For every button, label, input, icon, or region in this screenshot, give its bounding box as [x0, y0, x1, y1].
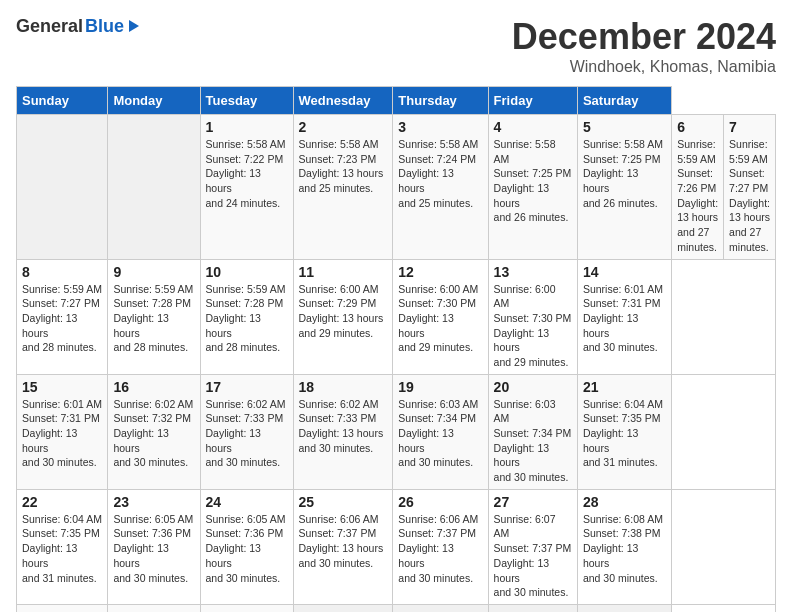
- calendar-cell: 23Sunrise: 6:05 AM Sunset: 7:36 PM Dayli…: [108, 489, 200, 604]
- calendar-cell: 15Sunrise: 6:01 AM Sunset: 7:31 PM Dayli…: [17, 374, 108, 489]
- calendar-cell: 20Sunrise: 6:03 AM Sunset: 7:34 PM Dayli…: [488, 374, 577, 489]
- logo-arrow-icon: [129, 20, 139, 32]
- cell-details: Sunrise: 5:59 AM Sunset: 7:26 PM Dayligh…: [677, 137, 718, 255]
- page-header: General Blue December 2024 Windhoek, Kho…: [16, 16, 776, 76]
- day-number: 28: [583, 494, 666, 510]
- cell-details: Sunrise: 6:00 AM Sunset: 7:30 PM Dayligh…: [494, 282, 572, 370]
- column-header-wednesday: Wednesday: [293, 87, 393, 115]
- logo-blue-text: Blue: [85, 16, 124, 37]
- location-subtitle: Windhoek, Khomas, Namibia: [512, 58, 776, 76]
- cell-details: Sunrise: 6:00 AM Sunset: 7:30 PM Dayligh…: [398, 282, 482, 355]
- calendar-cell: 24Sunrise: 6:05 AM Sunset: 7:36 PM Dayli…: [200, 489, 293, 604]
- calendar-cell: 9Sunrise: 5:59 AM Sunset: 7:28 PM Daylig…: [108, 259, 200, 374]
- column-header-tuesday: Tuesday: [200, 87, 293, 115]
- cell-details: Sunrise: 5:59 AM Sunset: 7:27 PM Dayligh…: [22, 282, 102, 355]
- column-header-monday: Monday: [108, 87, 200, 115]
- day-number: 24: [206, 494, 288, 510]
- day-number: 14: [583, 264, 666, 280]
- calendar-cell: 3Sunrise: 5:58 AM Sunset: 7:24 PM Daylig…: [393, 115, 488, 260]
- calendar-cell: 1Sunrise: 5:58 AM Sunset: 7:22 PM Daylig…: [200, 115, 293, 260]
- calendar-cell: 21Sunrise: 6:04 AM Sunset: 7:35 PM Dayli…: [577, 374, 671, 489]
- cell-details: Sunrise: 6:00 AM Sunset: 7:29 PM Dayligh…: [299, 282, 388, 341]
- day-number: 17: [206, 379, 288, 395]
- cell-details: Sunrise: 6:05 AM Sunset: 7:36 PM Dayligh…: [113, 512, 194, 585]
- cell-details: Sunrise: 5:58 AM Sunset: 7:25 PM Dayligh…: [494, 137, 572, 225]
- calendar-cell: 10Sunrise: 5:59 AM Sunset: 7:28 PM Dayli…: [200, 259, 293, 374]
- calendar-cell: 13Sunrise: 6:00 AM Sunset: 7:30 PM Dayli…: [488, 259, 577, 374]
- cell-details: Sunrise: 6:03 AM Sunset: 7:34 PM Dayligh…: [398, 397, 482, 470]
- cell-details: Sunrise: 6:02 AM Sunset: 7:32 PM Dayligh…: [113, 397, 194, 470]
- calendar-cell: 27Sunrise: 6:07 AM Sunset: 7:37 PM Dayli…: [488, 489, 577, 604]
- calendar-cell: 11Sunrise: 6:00 AM Sunset: 7:29 PM Dayli…: [293, 259, 393, 374]
- calendar-cell: [577, 604, 671, 612]
- day-number: 21: [583, 379, 666, 395]
- day-number: 19: [398, 379, 482, 395]
- calendar-cell: 7Sunrise: 5:59 AM Sunset: 7:27 PM Daylig…: [724, 115, 776, 260]
- day-number: 11: [299, 264, 388, 280]
- cell-details: Sunrise: 6:04 AM Sunset: 7:35 PM Dayligh…: [583, 397, 666, 470]
- cell-details: Sunrise: 6:08 AM Sunset: 7:38 PM Dayligh…: [583, 512, 666, 585]
- cell-details: Sunrise: 5:58 AM Sunset: 7:25 PM Dayligh…: [583, 137, 666, 210]
- day-number: 6: [677, 119, 718, 135]
- column-header-friday: Friday: [488, 87, 577, 115]
- day-number: 12: [398, 264, 482, 280]
- day-number: 23: [113, 494, 194, 510]
- cell-details: Sunrise: 6:02 AM Sunset: 7:33 PM Dayligh…: [299, 397, 388, 456]
- day-number: 22: [22, 494, 102, 510]
- cell-details: Sunrise: 6:07 AM Sunset: 7:37 PM Dayligh…: [494, 512, 572, 600]
- day-number: 18: [299, 379, 388, 395]
- calendar-cell: 5Sunrise: 5:58 AM Sunset: 7:25 PM Daylig…: [577, 115, 671, 260]
- day-number: 8: [22, 264, 102, 280]
- cell-details: Sunrise: 6:05 AM Sunset: 7:36 PM Dayligh…: [206, 512, 288, 585]
- cell-details: Sunrise: 6:03 AM Sunset: 7:34 PM Dayligh…: [494, 397, 572, 485]
- day-number: 9: [113, 264, 194, 280]
- calendar-cell: [17, 115, 108, 260]
- week-row-3: 15Sunrise: 6:01 AM Sunset: 7:31 PM Dayli…: [17, 374, 776, 489]
- day-number: 15: [22, 379, 102, 395]
- day-number: 27: [494, 494, 572, 510]
- calendar-cell: 12Sunrise: 6:00 AM Sunset: 7:30 PM Dayli…: [393, 259, 488, 374]
- week-row-5: 29Sunrise: 6:08 AM Sunset: 7:38 PM Dayli…: [17, 604, 776, 612]
- calendar-cell: 2Sunrise: 5:58 AM Sunset: 7:23 PM Daylig…: [293, 115, 393, 260]
- cell-details: Sunrise: 6:01 AM Sunset: 7:31 PM Dayligh…: [583, 282, 666, 355]
- month-title: December 2024: [512, 16, 776, 58]
- calendar-cell: 26Sunrise: 6:06 AM Sunset: 7:37 PM Dayli…: [393, 489, 488, 604]
- cell-details: Sunrise: 6:06 AM Sunset: 7:37 PM Dayligh…: [398, 512, 482, 585]
- day-number: 13: [494, 264, 572, 280]
- column-header-sunday: Sunday: [17, 87, 108, 115]
- cell-details: Sunrise: 5:58 AM Sunset: 7:24 PM Dayligh…: [398, 137, 482, 210]
- calendar-cell: 6Sunrise: 5:59 AM Sunset: 7:26 PM Daylig…: [672, 115, 724, 260]
- day-number: 20: [494, 379, 572, 395]
- calendar-cell: 16Sunrise: 6:02 AM Sunset: 7:32 PM Dayli…: [108, 374, 200, 489]
- calendar-cell: 19Sunrise: 6:03 AM Sunset: 7:34 PM Dayli…: [393, 374, 488, 489]
- logo: General Blue: [16, 16, 139, 37]
- week-row-4: 22Sunrise: 6:04 AM Sunset: 7:35 PM Dayli…: [17, 489, 776, 604]
- week-row-1: 1Sunrise: 5:58 AM Sunset: 7:22 PM Daylig…: [17, 115, 776, 260]
- day-number: 1: [206, 119, 288, 135]
- calendar-cell: 4Sunrise: 5:58 AM Sunset: 7:25 PM Daylig…: [488, 115, 577, 260]
- calendar-cell: [108, 115, 200, 260]
- logo-general-text: General: [16, 16, 83, 37]
- week-row-2: 8Sunrise: 5:59 AM Sunset: 7:27 PM Daylig…: [17, 259, 776, 374]
- cell-details: Sunrise: 5:58 AM Sunset: 7:22 PM Dayligh…: [206, 137, 288, 210]
- calendar-cell: [393, 604, 488, 612]
- column-header-thursday: Thursday: [393, 87, 488, 115]
- calendar-cell: 31Sunrise: 6:09 AM Sunset: 7:39 PM Dayli…: [200, 604, 293, 612]
- day-number: 4: [494, 119, 572, 135]
- cell-details: Sunrise: 5:59 AM Sunset: 7:28 PM Dayligh…: [113, 282, 194, 355]
- day-number: 5: [583, 119, 666, 135]
- cell-details: Sunrise: 6:04 AM Sunset: 7:35 PM Dayligh…: [22, 512, 102, 585]
- calendar-cell: 28Sunrise: 6:08 AM Sunset: 7:38 PM Dayli…: [577, 489, 671, 604]
- calendar-cell: 14Sunrise: 6:01 AM Sunset: 7:31 PM Dayli…: [577, 259, 671, 374]
- day-number: 7: [729, 119, 770, 135]
- day-number: 2: [299, 119, 388, 135]
- calendar-cell: 17Sunrise: 6:02 AM Sunset: 7:33 PM Dayli…: [200, 374, 293, 489]
- cell-details: Sunrise: 6:06 AM Sunset: 7:37 PM Dayligh…: [299, 512, 388, 571]
- calendar-table: SundayMondayTuesdayWednesdayThursdayFrid…: [16, 86, 776, 612]
- cell-details: Sunrise: 5:58 AM Sunset: 7:23 PM Dayligh…: [299, 137, 388, 196]
- day-number: 16: [113, 379, 194, 395]
- cell-details: Sunrise: 5:59 AM Sunset: 7:27 PM Dayligh…: [729, 137, 770, 255]
- calendar-cell: 22Sunrise: 6:04 AM Sunset: 7:35 PM Dayli…: [17, 489, 108, 604]
- cell-details: Sunrise: 5:59 AM Sunset: 7:28 PM Dayligh…: [206, 282, 288, 355]
- day-number: 3: [398, 119, 482, 135]
